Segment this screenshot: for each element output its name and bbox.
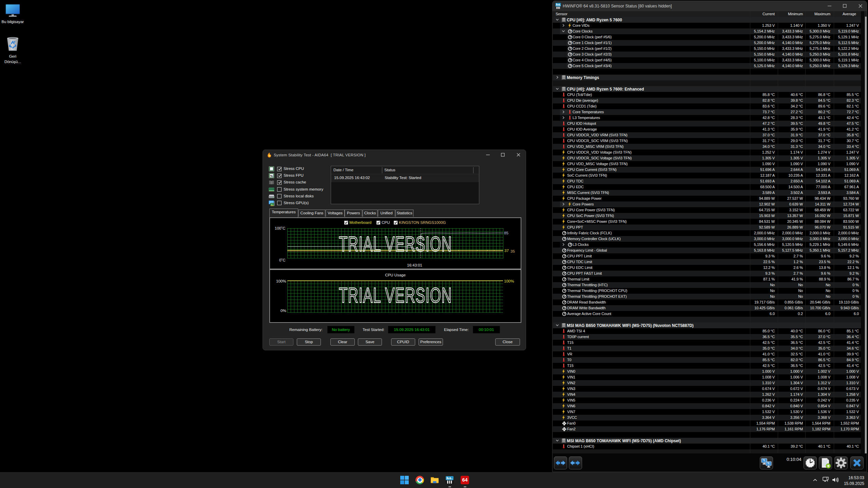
svg-text:%: %: [270, 174, 273, 178]
